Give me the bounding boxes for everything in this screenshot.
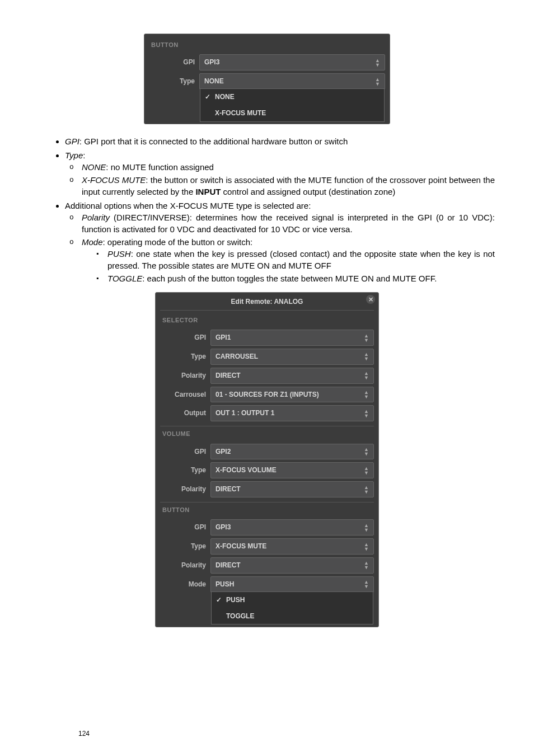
select-vol-polarity[interactable]: DIRECT▲▼: [210, 481, 374, 497]
stepper-icon: ▲▼: [364, 390, 369, 399]
text: :: [83, 151, 85, 160]
value: DIRECT: [216, 485, 241, 494]
dropdown-item-toggle[interactable]: TOGGLE: [212, 608, 373, 624]
label-gpi: GPI: [149, 58, 199, 67]
stepper-icon: ▲▼: [364, 523, 369, 532]
select-sel-carrousel[interactable]: 01 - SOURCES FOR Z1 (INPUTS)▲▼: [210, 387, 374, 403]
stepper-icon: ▲▼: [375, 58, 380, 67]
select-gpi[interactable]: GPI3 ▲▼: [199, 54, 385, 71]
select-sel-polarity[interactable]: DIRECT▲▼: [210, 368, 374, 384]
row-sel-carrousel: Carrousel 01 - SOURCES FOR Z1 (INPUTS)▲▼: [160, 387, 374, 403]
sq-toggle: TOGGLE: each push of the button toggles …: [107, 273, 495, 284]
select-sel-gpi[interactable]: GPI1▲▼: [210, 330, 374, 346]
em: Polarity: [82, 213, 110, 222]
sub-mode: Mode: operating mode of the button or sw…: [82, 236, 495, 284]
select-vol-gpi[interactable]: GPI2▲▼: [210, 444, 374, 460]
dropdown-item-xfocus-mute[interactable]: X-FOCUS MUTE: [200, 105, 384, 121]
stepper-icon: ▲▼: [364, 447, 369, 456]
label-type: Type: [149, 77, 199, 86]
value: 01 - SOURCES FOR Z1 (INPUTS): [216, 390, 319, 400]
label: GPI: [160, 333, 210, 342]
sublist-type: NONE: no MUTE function assigned X-FOCUS …: [65, 161, 495, 198]
label: Type: [160, 466, 210, 475]
label: GPI: [160, 523, 210, 532]
section-title-button: BUTTON: [149, 37, 385, 51]
row-btn-gpi: GPI GPI3▲▼: [160, 519, 374, 536]
close-icon[interactable]: ✕: [366, 295, 375, 304]
sq-push: PUSH: one state when the key is pressed …: [107, 248, 495, 271]
sub-polarity: Polarity (DIRECT/INVERSE): determines ho…: [82, 212, 495, 235]
bullet-type: Type: NONE: no MUTE function assigned X-…: [65, 149, 495, 198]
text: : GPI port that it is connected to the a…: [79, 137, 348, 146]
dialog-title: Edit Remote: ANALOG: [160, 296, 374, 311]
row-btn-polarity: Polarity DIRECT▲▼: [160, 557, 374, 574]
label: Type: [160, 542, 210, 551]
stepper-icon: ▲▼: [364, 409, 369, 418]
row-gpi: GPI GPI3 ▲▼: [149, 54, 385, 71]
select-type[interactable]: NONE ▲▼ NONE X-FOCUS MUTE: [199, 73, 385, 90]
panel-edit-remote: ✕ Edit Remote: ANALOG SELECTOR GPI GPI1▲…: [155, 292, 379, 627]
value: X-FOCUS MUTE: [216, 542, 266, 551]
value: GPI2: [216, 447, 231, 457]
text: (DIRECT/INVERSE): determines how the rec…: [82, 213, 495, 234]
select-sel-output[interactable]: OUT 1 : OUTPUT 1▲▼: [210, 405, 374, 421]
em-gpi: GPI: [65, 137, 79, 146]
page-number: 124: [78, 729, 90, 739]
select-gpi-value: GPI3: [204, 58, 219, 67]
select-sel-type[interactable]: CARROUSEL▲▼: [210, 349, 374, 365]
bullet-gpi: GPI: GPI port that it is connected to th…: [65, 135, 495, 147]
bullet-list: GPI: GPI port that it is connected to th…: [39, 135, 495, 284]
label: Output: [160, 408, 210, 418]
row-btn-mode: Mode PUSH ▲▼ PUSH TOGGLE: [160, 576, 374, 593]
text: : no MUTE function assigned: [106, 162, 214, 172]
select-type-value: NONE: [204, 77, 224, 86]
value: DIRECT: [216, 561, 241, 570]
em: Mode: [82, 237, 103, 247]
value: CARROUSEL: [216, 352, 258, 361]
row-sel-output: Output OUT 1 : OUTPUT 1▲▼: [160, 405, 374, 421]
em: PUSH: [107, 249, 131, 259]
select-btn-mode[interactable]: PUSH ▲▼ PUSH TOGGLE: [210, 576, 374, 593]
row-type: Type NONE ▲▼ NONE X-FOCUS MUTE: [149, 73, 385, 90]
dropdown-item-push[interactable]: PUSH: [212, 592, 373, 608]
label: Type: [160, 352, 210, 361]
panel-button-simple: BUTTON GPI GPI3 ▲▼ Type NONE ▲▼ NONE X-F…: [144, 34, 390, 124]
value: GPI3: [216, 523, 231, 532]
strong-input: INPUT: [195, 187, 221, 196]
label: Mode: [160, 580, 210, 589]
select-vol-type[interactable]: X-FOCUS VOLUME▲▼: [210, 462, 374, 478]
section-title-volume: VOLUME: [160, 426, 374, 440]
select-btn-type[interactable]: X-FOCUS MUTE▲▼: [210, 538, 374, 555]
text: : operating mode of the button or switch…: [103, 237, 253, 247]
bullet-additional: Additional options when the X-FOCUS MUTE…: [65, 200, 495, 284]
sub-xfocus: X-FOCUS MUTE: the button or switch is as…: [82, 174, 495, 198]
stepper-icon: ▲▼: [364, 580, 369, 589]
text: : each push of the button toggles the st…: [142, 274, 437, 283]
em: NONE: [82, 162, 106, 172]
sublist-mode: PUSH: one state when the key is pressed …: [82, 248, 495, 284]
value: PUSH: [216, 580, 234, 589]
label: Polarity: [160, 371, 210, 381]
label: Polarity: [160, 561, 210, 570]
row-vol-polarity: Polarity DIRECT▲▼: [160, 481, 374, 497]
text: : one state when the key is pressed (clo…: [107, 249, 495, 270]
dropdown-type: NONE X-FOCUS MUTE: [200, 88, 385, 122]
section-title-button2: BUTTON: [160, 502, 374, 516]
em: X-FOCUS MUTE: [82, 175, 146, 185]
label: Polarity: [160, 485, 210, 494]
label: GPI: [160, 447, 210, 457]
value: OUT 1 : OUTPUT 1: [216, 408, 274, 418]
select-btn-gpi[interactable]: GPI3▲▼: [210, 519, 374, 536]
stepper-icon: ▲▼: [375, 77, 380, 86]
em-type: Type: [65, 151, 83, 160]
stepper-icon: ▲▼: [364, 334, 369, 342]
value: GPI1: [216, 333, 231, 342]
stepper-icon: ▲▼: [364, 542, 369, 551]
text: Additional options when the X-FOCUS MUTE…: [65, 201, 311, 210]
dropdown-item-none[interactable]: NONE: [200, 89, 384, 105]
stepper-icon: ▲▼: [364, 561, 369, 570]
dropdown-mode: PUSH TOGGLE: [211, 591, 373, 625]
select-btn-polarity[interactable]: DIRECT▲▼: [210, 557, 374, 574]
label: Carrousel: [160, 390, 210, 400]
stepper-icon: ▲▼: [364, 466, 369, 475]
